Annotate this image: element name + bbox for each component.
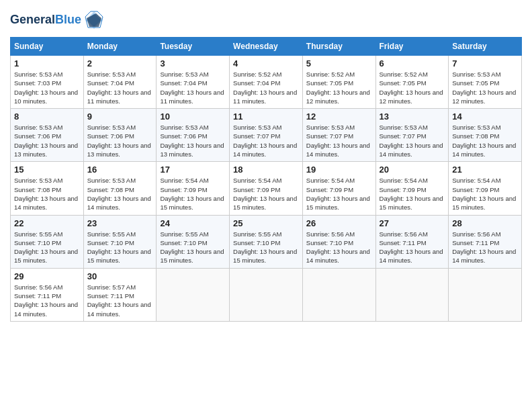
calendar-day-cell: 3 Sunrise: 5:53 AM Sunset: 7:04 PM Dayli…	[157, 56, 230, 109]
day-detail: Sunrise: 5:53 AM Sunset: 7:07 PM Dayligh…	[233, 123, 299, 158]
day-number: 9	[87, 111, 153, 122]
calendar-empty-cell	[302, 268, 375, 321]
day-number: 22	[14, 218, 80, 228]
day-number: 19	[306, 165, 372, 175]
day-detail: Sunrise: 5:53 AM Sunset: 7:08 PM Dayligh…	[14, 176, 80, 212]
calendar-day-cell: 1 Sunrise: 5:53 AM Sunset: 7:03 PM Dayli…	[11, 56, 84, 109]
day-number: 5	[306, 58, 372, 68]
day-number: 17	[160, 165, 226, 175]
logo-text: GeneralBlue	[10, 13, 81, 27]
calendar-day-cell: 22 Sunrise: 5:55 AM Sunset: 7:10 PM Dayl…	[11, 215, 84, 268]
calendar-day-cell: 2 Sunrise: 5:53 AM Sunset: 7:04 PM Dayli…	[83, 56, 157, 109]
day-detail: Sunrise: 5:57 AM Sunset: 7:11 PM Dayligh…	[87, 283, 153, 318]
day-detail: Sunrise: 5:53 AM Sunset: 7:06 PM Dayligh…	[87, 123, 153, 158]
logo-icon	[84, 10, 104, 30]
day-number: 4	[233, 58, 299, 68]
calendar-day-header: Wednesday	[230, 38, 303, 56]
day-number: 2	[87, 58, 153, 68]
day-detail: Sunrise: 5:55 AM Sunset: 7:10 PM Dayligh…	[14, 230, 80, 265]
day-detail: Sunrise: 5:53 AM Sunset: 7:08 PM Dayligh…	[87, 176, 153, 212]
calendar-empty-cell	[449, 268, 522, 321]
calendar-week-row: 15 Sunrise: 5:53 AM Sunset: 7:08 PM Dayl…	[11, 162, 522, 215]
day-number: 12	[306, 111, 372, 122]
day-number: 11	[233, 111, 299, 122]
day-number: 1	[14, 58, 80, 68]
day-number: 27	[380, 218, 445, 228]
calendar-week-row: 22 Sunrise: 5:55 AM Sunset: 7:10 PM Dayl…	[11, 215, 522, 268]
day-detail: Sunrise: 5:56 AM Sunset: 7:11 PM Dayligh…	[380, 230, 445, 265]
calendar-empty-cell	[230, 268, 303, 321]
calendar-day-header: Saturday	[449, 38, 522, 56]
day-number: 20	[380, 165, 445, 175]
calendar-week-row: 8 Sunrise: 5:53 AM Sunset: 7:06 PM Dayli…	[11, 109, 522, 162]
day-number: 7	[452, 58, 518, 68]
day-detail: Sunrise: 5:54 AM Sunset: 7:09 PM Dayligh…	[306, 176, 372, 212]
day-detail: Sunrise: 5:53 AM Sunset: 7:04 PM Dayligh…	[87, 70, 153, 105]
calendar-day-header: Friday	[375, 38, 449, 56]
day-detail: Sunrise: 5:53 AM Sunset: 7:06 PM Dayligh…	[14, 123, 80, 158]
calendar-day-cell: 24 Sunrise: 5:55 AM Sunset: 7:10 PM Dayl…	[157, 215, 230, 268]
day-number: 8	[14, 111, 80, 122]
calendar-day-cell: 21 Sunrise: 5:54 AM Sunset: 7:09 PM Dayl…	[449, 162, 522, 215]
day-number: 3	[160, 58, 226, 68]
calendar-day-cell: 29 Sunrise: 5:56 AM Sunset: 7:11 PM Dayl…	[11, 268, 84, 321]
day-number: 10	[160, 111, 226, 122]
calendar-day-cell: 16 Sunrise: 5:53 AM Sunset: 7:08 PM Dayl…	[83, 162, 157, 215]
day-number: 18	[233, 165, 299, 175]
day-detail: Sunrise: 5:53 AM Sunset: 7:04 PM Dayligh…	[160, 70, 226, 105]
calendar-day-cell: 13 Sunrise: 5:53 AM Sunset: 7:07 PM Dayl…	[375, 109, 449, 162]
calendar-day-cell: 27 Sunrise: 5:56 AM Sunset: 7:11 PM Dayl…	[375, 215, 449, 268]
page-header: GeneralBlue	[10, 10, 522, 30]
calendar-day-cell: 7 Sunrise: 5:53 AM Sunset: 7:05 PM Dayli…	[449, 56, 522, 109]
calendar-day-cell: 15 Sunrise: 5:53 AM Sunset: 7:08 PM Dayl…	[11, 162, 84, 215]
calendar-day-cell: 17 Sunrise: 5:54 AM Sunset: 7:09 PM Dayl…	[157, 162, 230, 215]
logo: GeneralBlue	[10, 10, 104, 30]
calendar-day-header: Tuesday	[157, 38, 230, 56]
calendar-week-row: 29 Sunrise: 5:56 AM Sunset: 7:11 PM Dayl…	[11, 268, 522, 321]
day-detail: Sunrise: 5:52 AM Sunset: 7:05 PM Dayligh…	[380, 70, 445, 105]
day-detail: Sunrise: 5:53 AM Sunset: 7:03 PM Dayligh…	[14, 70, 80, 105]
calendar-empty-cell	[157, 268, 230, 321]
day-number: 13	[380, 111, 445, 122]
day-number: 30	[87, 271, 153, 281]
calendar-day-cell: 18 Sunrise: 5:54 AM Sunset: 7:09 PM Dayl…	[230, 162, 303, 215]
calendar-day-cell: 5 Sunrise: 5:52 AM Sunset: 7:05 PM Dayli…	[302, 56, 375, 109]
calendar-day-cell: 25 Sunrise: 5:55 AM Sunset: 7:10 PM Dayl…	[230, 215, 303, 268]
day-detail: Sunrise: 5:54 AM Sunset: 7:09 PM Dayligh…	[452, 176, 518, 212]
calendar-day-cell: 28 Sunrise: 5:56 AM Sunset: 7:11 PM Dayl…	[449, 215, 522, 268]
calendar-day-header: Sunday	[11, 38, 84, 56]
calendar-table: SundayMondayTuesdayWednesdayThursdayFrid…	[10, 37, 522, 322]
calendar-day-cell: 8 Sunrise: 5:53 AM Sunset: 7:06 PM Dayli…	[11, 109, 84, 162]
calendar-day-cell: 30 Sunrise: 5:57 AM Sunset: 7:11 PM Dayl…	[83, 268, 157, 321]
day-detail: Sunrise: 5:56 AM Sunset: 7:11 PM Dayligh…	[452, 230, 518, 265]
day-detail: Sunrise: 5:55 AM Sunset: 7:10 PM Dayligh…	[160, 230, 226, 265]
calendar-day-cell: 19 Sunrise: 5:54 AM Sunset: 7:09 PM Dayl…	[302, 162, 375, 215]
calendar-week-row: 1 Sunrise: 5:53 AM Sunset: 7:03 PM Dayli…	[11, 56, 522, 109]
day-number: 24	[160, 218, 226, 228]
day-detail: Sunrise: 5:52 AM Sunset: 7:04 PM Dayligh…	[233, 70, 299, 105]
calendar-day-cell: 20 Sunrise: 5:54 AM Sunset: 7:09 PM Dayl…	[375, 162, 449, 215]
day-number: 23	[87, 218, 153, 228]
calendar-day-header: Thursday	[302, 38, 375, 56]
calendar-day-cell: 10 Sunrise: 5:53 AM Sunset: 7:06 PM Dayl…	[157, 109, 230, 162]
day-detail: Sunrise: 5:53 AM Sunset: 7:05 PM Dayligh…	[452, 70, 518, 105]
calendar-day-cell: 11 Sunrise: 5:53 AM Sunset: 7:07 PM Dayl…	[230, 109, 303, 162]
day-detail: Sunrise: 5:53 AM Sunset: 7:07 PM Dayligh…	[380, 123, 445, 158]
day-number: 29	[14, 271, 80, 281]
day-number: 28	[452, 218, 518, 228]
svg-marker-2	[87, 13, 101, 27]
day-number: 16	[87, 165, 153, 175]
day-detail: Sunrise: 5:54 AM Sunset: 7:09 PM Dayligh…	[233, 176, 299, 212]
day-number: 25	[233, 218, 299, 228]
day-number: 6	[380, 58, 445, 68]
calendar-day-cell: 26 Sunrise: 5:56 AM Sunset: 7:10 PM Dayl…	[302, 215, 375, 268]
day-detail: Sunrise: 5:56 AM Sunset: 7:10 PM Dayligh…	[306, 230, 372, 265]
day-detail: Sunrise: 5:52 AM Sunset: 7:05 PM Dayligh…	[306, 70, 372, 105]
day-number: 26	[306, 218, 372, 228]
calendar-day-cell: 14 Sunrise: 5:53 AM Sunset: 7:08 PM Dayl…	[449, 109, 522, 162]
calendar-day-cell: 4 Sunrise: 5:52 AM Sunset: 7:04 PM Dayli…	[230, 56, 303, 109]
day-detail: Sunrise: 5:53 AM Sunset: 7:06 PM Dayligh…	[160, 123, 226, 158]
calendar-day-cell: 23 Sunrise: 5:55 AM Sunset: 7:10 PM Dayl…	[83, 215, 157, 268]
day-detail: Sunrise: 5:55 AM Sunset: 7:10 PM Dayligh…	[87, 230, 153, 265]
day-detail: Sunrise: 5:53 AM Sunset: 7:08 PM Dayligh…	[452, 123, 518, 158]
